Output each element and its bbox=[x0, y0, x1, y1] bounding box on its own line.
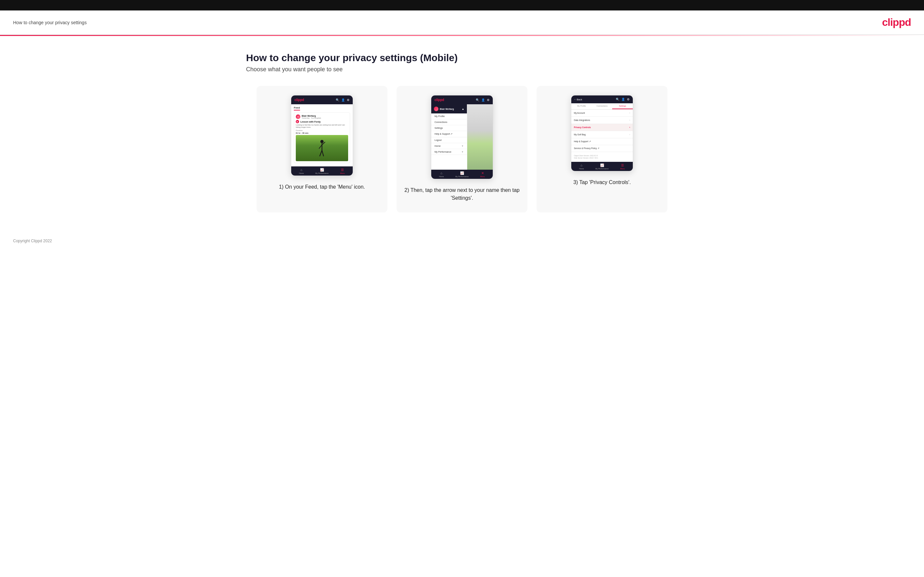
search-icon: 🔍 bbox=[336, 98, 339, 102]
step-3-screen: ‹ Back 🔍 👤 ⚙ My Profile Connections bbox=[571, 95, 633, 171]
nav-performance-label: My Performance bbox=[435, 151, 451, 153]
step-1-bottom-tabs: ⌂ Home 📈 My Performance ☰ Menu bbox=[291, 166, 353, 176]
profile-icon: 👤 bbox=[341, 98, 345, 102]
feed-post: B Blair McHarg Yesterday · Sunningdale ▶… bbox=[294, 113, 350, 163]
settings-serviceprivacy-label: Service & Privacy Policy ↗ bbox=[574, 147, 599, 150]
settings-version: Clippd Client Version: 2022.8.3-3 GQL Se… bbox=[571, 152, 633, 162]
feed-subtitle: Yesterday · Sunningdale bbox=[302, 117, 321, 119]
settings-tab-myprofile: My Profile bbox=[571, 103, 592, 109]
tab-menu-3: ☰ Menu bbox=[612, 163, 633, 170]
chart-icon-3: 📈 bbox=[600, 163, 604, 167]
menu-item-help: Help & Support ↗ bbox=[431, 131, 467, 137]
feed-content: Feed B Blair McHarg Yesterday · Sunningd… bbox=[291, 104, 353, 166]
menu-item-connections: Connections bbox=[431, 119, 467, 125]
search-icon-2: 🔍 bbox=[476, 98, 479, 102]
tab-performance-label-3: My Performance bbox=[596, 168, 609, 170]
svg-line-4 bbox=[320, 150, 322, 156]
step-3-nav-icons: 🔍 👤 ⚙ bbox=[616, 98, 630, 101]
chart-icon: 📈 bbox=[320, 168, 324, 172]
header: How to change your privacy settings clip… bbox=[0, 10, 924, 35]
step-1-nav-icons: 🔍 👤 ⚙ bbox=[336, 98, 349, 102]
tab-menu-label-3: Menu bbox=[620, 168, 625, 170]
tab-menu-2: ✕ Menu bbox=[472, 171, 493, 177]
settings-mygolfbag-label: My Golf Bag bbox=[574, 134, 586, 136]
chevron-right-icon-2: › bbox=[629, 119, 630, 122]
step-3-card: ‹ Back 🔍 👤 ⚙ My Profile Connections bbox=[536, 86, 667, 213]
settings-privacycontrols-label: Privacy Controls bbox=[574, 126, 591, 129]
step-2-nav-icons: 🔍 👤 ⚙ bbox=[476, 98, 489, 102]
settings-icon-3: ⚙ bbox=[627, 98, 630, 101]
settings-myaccount-label: My Account bbox=[574, 112, 585, 114]
step-1-screen: clippd 🔍 👤 ⚙ Feed B bbox=[291, 95, 353, 176]
tab-performance-label: My Performance bbox=[315, 172, 328, 174]
close-icon: ✕ bbox=[481, 171, 484, 175]
step-3-description: 3) Tap 'Privacy Controls'. bbox=[573, 179, 631, 186]
menu-nav-performance: My Performance ▼ bbox=[431, 149, 467, 155]
menu-user-row: Blair McHarg ▲ bbox=[431, 104, 467, 113]
settings-tab-settings: Settings bbox=[612, 103, 633, 109]
svg-point-0 bbox=[320, 140, 324, 143]
tab-home-3: ⌂ Home bbox=[571, 163, 592, 170]
menu-dropdown: Blair McHarg ▲ My Profile Connections Se… bbox=[431, 104, 467, 170]
settings-item-privacycontrols: Privacy Controls › bbox=[571, 124, 633, 131]
feed-user-info: Blair McHarg Yesterday · Sunningdale bbox=[302, 115, 321, 119]
golfer-silhouette bbox=[317, 140, 327, 158]
tab-menu-label: Menu bbox=[340, 172, 345, 174]
feed-avatar: B bbox=[296, 114, 300, 119]
profile-icon-3: 👤 bbox=[621, 98, 625, 101]
settings-item-serviceprivacy: Service & Privacy Policy ↗ bbox=[571, 145, 633, 152]
chevron-right-icon-4: › bbox=[629, 133, 630, 136]
feed-user-row: B Blair McHarg Yesterday · Sunningdale bbox=[296, 114, 348, 119]
settings-back-bar: ‹ Back 🔍 👤 ⚙ bbox=[571, 95, 633, 103]
step-2-bottom-tabs: ⌂ Home 📈 My Performance ✕ Menu bbox=[431, 170, 493, 179]
settings-dataintegrations-label: Data Integrations bbox=[574, 119, 590, 121]
settings-icon-2: ⚙ bbox=[487, 98, 489, 102]
home-icon-2: ⌂ bbox=[440, 171, 443, 175]
settings-item-myaccount: My Account › bbox=[571, 110, 633, 117]
nav-home-label: Home bbox=[435, 145, 441, 147]
tab-home-label-3: Home bbox=[579, 168, 584, 170]
step2-bg bbox=[467, 104, 493, 170]
page-heading: How to change your privacy settings (Mob… bbox=[246, 52, 678, 63]
page-subheading: Choose what you want people to see bbox=[246, 66, 678, 73]
menu-username: Blair McHarg bbox=[440, 108, 454, 110]
tab-menu: ☰ Menu bbox=[332, 168, 353, 174]
step-1-navbar: clippd 🔍 👤 ⚙ bbox=[291, 95, 353, 104]
tab-home: ⌂ Home bbox=[291, 168, 312, 174]
menu-icon-3: ☰ bbox=[621, 163, 624, 167]
step-2-logo: clippd bbox=[435, 98, 444, 102]
menu-icon: ☰ bbox=[341, 168, 344, 172]
footer: Copyright Clippd 2022 bbox=[0, 232, 924, 250]
step-3-bottom-tabs: ⌂ Home 📈 My Performance ☰ Menu bbox=[571, 162, 633, 171]
menu-item-logout: Logout bbox=[431, 137, 467, 143]
step-2-card: clippd 🔍 👤 ⚙ bbox=[397, 86, 527, 213]
menu-user-info: Blair McHarg bbox=[434, 106, 454, 111]
tab-performance: 📈 My Performance bbox=[312, 168, 333, 174]
tab-performance-label-2: My Performance bbox=[456, 176, 468, 177]
tab-performance-3: 📈 My Performance bbox=[592, 163, 612, 170]
step-1-logo: clippd bbox=[294, 98, 304, 102]
copyright-text: Copyright Clippd 2022 bbox=[13, 239, 52, 243]
svg-line-5 bbox=[322, 150, 324, 156]
settings-item-mygolfbag: My Golf Bag › bbox=[571, 131, 633, 138]
feed-label: Feed bbox=[294, 106, 300, 111]
home-icon: ⌂ bbox=[300, 168, 302, 172]
top-bar bbox=[0, 0, 924, 10]
settings-tab-connections: Connections bbox=[592, 103, 612, 109]
tab-home-label-2: Home bbox=[439, 176, 444, 177]
chevron-up-icon: ▲ bbox=[462, 108, 464, 111]
feed-duration-label: Duration bbox=[296, 129, 348, 131]
step-1-phone: clippd 🔍 👤 ⚙ Feed B bbox=[291, 95, 353, 176]
tab-menu-label-2: Menu bbox=[480, 176, 485, 177]
step-2-phone: clippd 🔍 👤 ⚙ bbox=[431, 95, 493, 179]
settings-tabs: My Profile Connections Settings bbox=[571, 103, 633, 110]
settings-back: ‹ Back bbox=[575, 98, 582, 101]
menu-item-settings: Settings bbox=[431, 125, 467, 131]
menu-item-myprofile: My Profile bbox=[431, 113, 467, 119]
back-label: Back bbox=[577, 98, 582, 101]
feed-username: Blair McHarg bbox=[302, 115, 321, 117]
chevron-down-icon: ▼ bbox=[461, 145, 464, 147]
step-1-description: 1) On your Feed, tap the 'Menu' icon. bbox=[279, 183, 365, 191]
step-2-screen: clippd 🔍 👤 ⚙ bbox=[431, 95, 493, 179]
step2-content: Blair McHarg ▲ My Profile Connections Se… bbox=[431, 104, 493, 170]
